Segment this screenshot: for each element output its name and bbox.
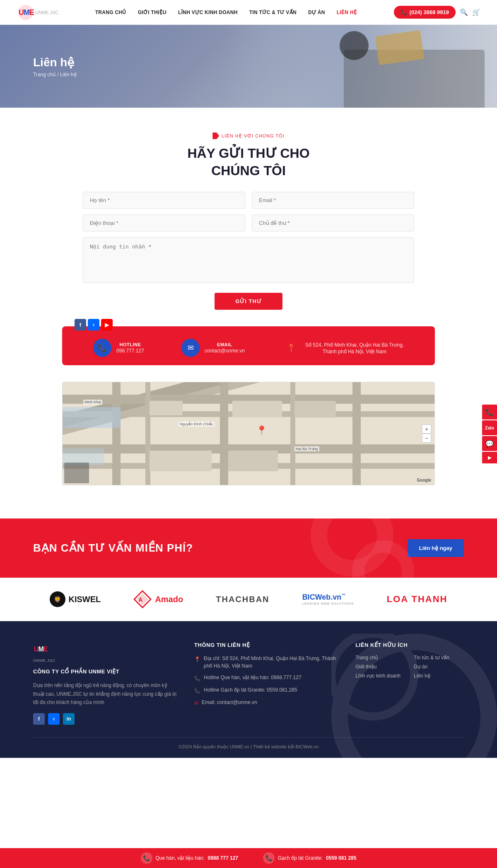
kiswel-label: KISWEL <box>69 595 101 604</box>
name-field[interactable] <box>83 192 245 209</box>
contact-info-items: 📞 HOTLINE 098.777.127 ✉ EMAIL contact@un… <box>75 339 422 357</box>
floating-sidebar: 📞 Zalo 💬 ▶ <box>482 405 497 463</box>
footer-social: f z in <box>33 713 178 725</box>
email-value: contact@unme.vn <box>205 348 245 354</box>
badge-icon <box>212 133 219 139</box>
phone-number: (024) 3868 9919 <box>410 9 449 15</box>
footer-company-title: CÔNG TY CỔ PHẦN UNME VIỆT <box>33 668 178 675</box>
hotline-item: 📞 HOTLINE 098.777.127 <box>93 339 144 357</box>
partners-section: 🦁 KISWEL A Amado THACHBAN BICWeb.vn™ LEA… <box>0 578 497 621</box>
form-row-2 <box>83 215 414 231</box>
email-icon: ✉ <box>181 339 200 357</box>
header-right: 📞 (024) 3868 9919 🔍 🛒 <box>394 6 480 19</box>
float-zalo-button[interactable]: Zalo <box>482 420 497 435</box>
svg-text:A: A <box>138 596 142 603</box>
address-pin-icon: 📍 <box>194 656 200 663</box>
address-icon: 📍 <box>282 339 300 357</box>
map-label-2: Nguyễn Đình Chiểu <box>179 422 215 427</box>
footer-hotline2: 📞 Hotline Gạch ốp lát Granite: 0559.081.… <box>194 686 339 694</box>
footer-logo-sub: UNME.JSC <box>33 658 178 663</box>
nav-about[interactable]: GIỚI THIỆU <box>138 10 166 15</box>
logo-text: UNME.JSC <box>35 10 58 15</box>
contact-section: LIÊN HỆ VỚI CHÚNG TÔI HÃY GỬI THƯ CHO CH… <box>0 108 497 518</box>
footer-desc: Dựa trên nền tảng đội ngũ trẻ năng động,… <box>33 681 178 706</box>
google-logo: Google <box>417 478 431 482</box>
map-container[interactable]: 📍 Minh Khai Nguyễn Đình Chiểu Hai Bà Trư… <box>62 382 435 485</box>
phone-field[interactable] <box>83 215 245 231</box>
contact-info-bar: f z ▶ 📞 HOTLINE 098.777.127 ✉ EMAIL cont… <box>62 326 435 365</box>
nav-business[interactable]: LĨNH VỰC KINH DOANH <box>178 10 238 15</box>
hero-section: Liên hệ Trang chủ / Liên hệ <box>0 25 497 108</box>
partner-bicweb: BICWeb.vn™ LEADING WEB SOLUTIONS <box>302 593 354 605</box>
footer-company: U M E UNME.JSC CÔNG TY CỔ PHẦN UNME VIỆT… <box>33 642 178 725</box>
map-pin: 📍 <box>256 425 267 436</box>
zoom-controls: + − <box>422 424 431 443</box>
float-expand-button[interactable]: ▶ <box>482 452 497 463</box>
footer-zalo[interactable]: z <box>48 713 60 725</box>
footer-facebook[interactable]: f <box>33 713 45 725</box>
nav-contact[interactable]: LIÊN HỆ <box>337 10 357 15</box>
map-label-1: Minh Khai <box>83 400 102 405</box>
subject-field[interactable] <box>252 215 414 231</box>
address-line2: Thành phố Hà Nội, Việt Nam <box>305 349 404 354</box>
cart-icon[interactable]: 🛒 <box>472 8 480 16</box>
float-phone-button[interactable]: 📞 <box>482 405 497 420</box>
search-icon[interactable]: 🔍 <box>460 8 468 16</box>
loathanh-label: LOA THANH <box>387 594 448 605</box>
nav-news[interactable]: TIN TỨC & TƯ VẤN <box>249 10 297 15</box>
partner-thachban: THACHBAN <box>216 595 269 604</box>
hotline-label: HOTLINE <box>116 342 144 347</box>
facebook-button[interactable]: f <box>75 319 86 330</box>
footer-address: 📍 Địa chỉ: Số 524, Phố Minh Khai, Quận H… <box>194 655 339 670</box>
phone-button[interactable]: 📞 (024) 3868 9919 <box>394 6 456 19</box>
footer-hotline1: 📞 Hotline Que hàn, vật liệu hàn: 0988.77… <box>194 674 339 682</box>
footer-email: ✉ Email: contact@unme.vn <box>194 699 339 707</box>
breadcrumb: Trang chủ / Liên hệ <box>33 72 77 77</box>
zoom-out[interactable]: − <box>422 434 431 443</box>
zalo-button[interactable]: z <box>88 319 99 330</box>
nav-home[interactable]: TRANG CHỦ <box>95 10 126 15</box>
footer-contact: THÔNG TIN LIÊN HỆ 📍 Địa chỉ: Số 524, Phố… <box>194 642 339 725</box>
svg-text:M: M <box>38 646 43 653</box>
submit-button[interactable]: GỬI THƯ <box>215 293 282 310</box>
message-field[interactable] <box>83 237 414 283</box>
svg-text:E: E <box>43 646 48 653</box>
address-item: 📍 Số 524, Phố Minh Khai, Quận Hai Bà Trư… <box>282 339 404 357</box>
logo[interactable]: U M E UNME.JSC <box>17 4 58 21</box>
map-label-3: Hai Bà Trưng <box>294 446 319 451</box>
hotline-value: 098.777.127 <box>116 348 144 354</box>
amado-label: Amado <box>155 595 183 604</box>
main-nav: TRANG CHỦ GIỚI THIỆU LĨNH VỰC KINH DOANH… <box>95 10 357 15</box>
email-footer-icon: ✉ <box>194 699 198 707</box>
section-badge: LIÊN HỆ VỚI CHÚNG TÔI <box>212 133 284 139</box>
copyright: ©2024 Bản quyền thuộc UNME.vn | Thiết kế… <box>179 744 318 749</box>
float-chat-button[interactable]: 💬 <box>482 436 497 451</box>
section-title: HÃY GỬI THƯ CHO CHÚNG TÔI <box>17 145 480 179</box>
kiswel-icon: 🦁 <box>50 591 65 607</box>
hero-title: Liên hệ <box>33 55 77 69</box>
partner-kiswel: 🦁 KISWEL <box>50 591 101 607</box>
cta-banner: BẠN CẦN TƯ VẤN MIỀN PHÍ? Liên hệ ngay <box>0 518 497 578</box>
email-field[interactable] <box>252 192 414 209</box>
zoom-in[interactable]: + <box>422 424 431 434</box>
svg-text:E: E <box>29 8 34 17</box>
cta-title: BẠN CẦN TƯ VẤN MIỀN PHÍ? <box>33 542 193 555</box>
footer-bg-decor <box>331 634 497 758</box>
form-row-1 <box>83 192 414 209</box>
thachban-label: THACHBAN <box>216 595 269 604</box>
footer: U M E UNME.JSC CÔNG TY CỔ PHẦN UNME VIỆT… <box>0 621 497 758</box>
nav-projects[interactable]: DỰ ÁN <box>308 10 325 15</box>
phone2-icon: 📞 <box>194 687 200 694</box>
phone-icon: 📞 <box>400 9 407 15</box>
svg-text:M: M <box>24 8 30 17</box>
cta-button[interactable]: Liên hệ ngay <box>408 539 464 557</box>
badge-text: LIÊN HỆ VỚI CHÚNG TÔI <box>222 133 284 139</box>
address-line1: Số 524, Phố Minh Khai, Quận Hai Bà Trưng… <box>305 342 404 348</box>
amado-icon: A <box>133 590 152 608</box>
footer-linkedin[interactable]: in <box>63 713 75 725</box>
social-strip: f z ▶ <box>75 319 113 330</box>
email-item: ✉ EMAIL contact@unme.vn <box>181 339 245 357</box>
hotline-icon: 📞 <box>93 339 111 357</box>
phone1-icon: 📞 <box>194 675 200 682</box>
youtube-button[interactable]: ▶ <box>101 319 113 330</box>
